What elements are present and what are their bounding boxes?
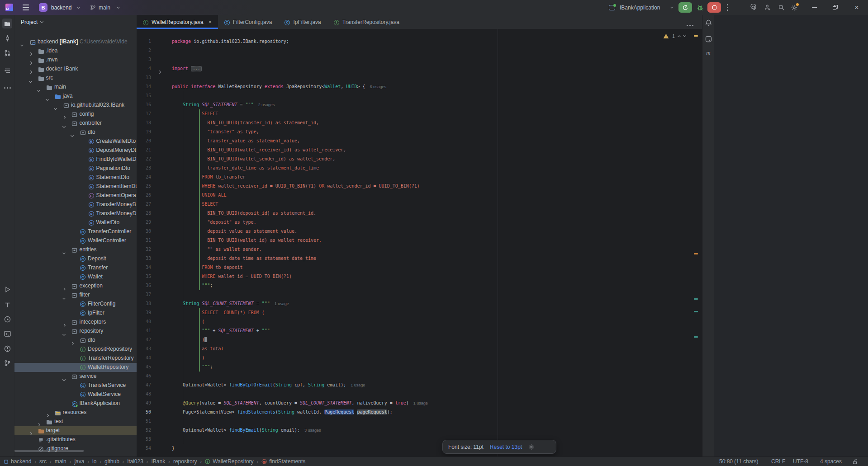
line-number[interactable]: 23 xyxy=(137,164,151,173)
line-number[interactable]: 32 xyxy=(137,245,151,254)
breadcrumb-main[interactable]: main xyxy=(55,458,66,465)
code-line[interactable]: 50 Page<StatementView> findStatements(St… xyxy=(137,408,702,417)
project-folder-icon[interactable] xyxy=(2,19,12,28)
line-number[interactable]: 1 xyxy=(137,37,151,46)
code-line[interactable]: 46 xyxy=(137,372,702,381)
line-number[interactable]: 43 xyxy=(137,344,151,353)
breadcrumb-io[interactable]: io xyxy=(92,458,96,465)
editor-tab[interactable]: CIpFilter.java xyxy=(278,15,327,29)
code-line[interactable]: 22 BIN_TO_UUID(wallet_sender_id) as wall… xyxy=(137,155,702,164)
code-line[interactable]: 52 Optional<Wallet> findByEmail(String e… xyxy=(137,426,702,435)
code-line[interactable]: 19 "transfer" as type, xyxy=(137,127,702,137)
line-number[interactable]: 46 xyxy=(137,372,151,381)
line-number[interactable]: 49 xyxy=(137,399,151,408)
line-number[interactable]: 3 xyxy=(137,55,151,64)
breadcrumb-src[interactable]: src xyxy=(39,458,47,465)
close-tab-icon[interactable]: × xyxy=(209,19,212,25)
tree-collapsed-chevron-icon[interactable] xyxy=(62,324,65,327)
line-number[interactable]: 42 xyxy=(137,335,151,344)
next-problem-icon[interactable] xyxy=(683,34,686,37)
code-line[interactable]: 39 SELECT COUNT(*) FROM ( xyxy=(137,308,702,317)
debug-button[interactable] xyxy=(695,0,706,15)
more-icon[interactable] xyxy=(2,81,12,91)
code-line[interactable]: 30 deposit_value as statement_value, xyxy=(137,227,702,236)
line-number[interactable]: 44 xyxy=(137,353,151,362)
editor-tab[interactable]: ITransferRepository.java xyxy=(327,15,406,29)
line-number[interactable]: 18 xyxy=(137,118,151,127)
tree-item-.gitattributes[interactable]: .gitattributes xyxy=(14,435,137,444)
tree-expanded-chevron-icon[interactable] xyxy=(71,134,74,137)
caret-position[interactable]: 50:80 (11 chars) xyxy=(719,457,759,466)
usages-inlay-hint[interactable]: 1 usage xyxy=(351,383,365,387)
tree-item-transfermoneyb[interactable]: RTransferMoneyB xyxy=(14,200,137,209)
line-number[interactable]: 31 xyxy=(137,236,151,245)
stripe-mark-warning[interactable] xyxy=(694,35,698,37)
usages-inlay-hint[interactable]: 2 usages xyxy=(258,103,275,107)
add-user-icon[interactable] xyxy=(763,0,773,15)
tree-item-createwalletdto[interactable]: RCreateWalletDto xyxy=(14,137,137,146)
line-number[interactable]: 16 xyxy=(137,100,151,109)
tree-item-io.github.ital023.ibank[interactable]: io.github.ital023.IBank xyxy=(14,101,137,110)
usages-inlay-hint[interactable]: 1 usage xyxy=(413,401,428,405)
structure-icon[interactable] xyxy=(2,66,12,75)
tree-item-ipfilter[interactable]: CIpFilter xyxy=(14,309,137,318)
editor-tab[interactable]: CFilterConfig.java xyxy=(218,15,279,29)
tree-expanded-chevron-icon[interactable] xyxy=(62,378,65,381)
project-badge[interactable]: B xyxy=(39,0,47,15)
tree-item-resources[interactable]: resources xyxy=(14,408,137,417)
code-line[interactable]: 33 deposit_date_time as statement_date_t… xyxy=(137,254,702,263)
tree-expanded-chevron-icon[interactable] xyxy=(54,107,57,110)
code-line[interactable]: 24 FROM tb_transfer xyxy=(137,173,702,182)
project-widget[interactable]: backend xyxy=(51,0,71,15)
line-separator[interactable]: CRLF xyxy=(771,457,785,466)
code-line[interactable]: 20 transfer_value as statement_value, xyxy=(137,137,702,146)
tree-item-exception[interactable]: exception xyxy=(14,282,137,291)
code-line[interactable]: 36 """; xyxy=(137,281,702,290)
code-line[interactable]: 17 SELECT xyxy=(137,109,702,118)
editor-tab[interactable]: IWalletRepository.java× xyxy=(137,15,218,29)
tree-item-config[interactable]: config xyxy=(14,110,137,119)
code-line[interactable]: 26 UNION ALL xyxy=(137,191,702,200)
code-line[interactable]: 44 ) xyxy=(137,353,702,362)
tree-item-findbyidwalletdt[interactable]: RFindByIdWalletDt xyxy=(14,155,137,164)
tree-collapsed-chevron-icon[interactable] xyxy=(28,61,32,65)
tree-item-transfercontroller[interactable]: CTransferController xyxy=(14,227,137,236)
code-line[interactable]: 4import ... xyxy=(137,64,702,73)
branch-widget[interactable]: main xyxy=(99,0,110,15)
breadcrumb-ibank[interactable]: IBank xyxy=(152,458,166,465)
tree-expanded-chevron-icon[interactable] xyxy=(62,125,65,128)
line-number[interactable]: 39 xyxy=(137,308,151,317)
line-number[interactable]: 34 xyxy=(137,263,151,272)
line-number[interactable]: 36 xyxy=(137,281,151,290)
main-menu-icon[interactable] xyxy=(21,0,31,15)
tree-item-controller[interactable]: controller xyxy=(14,119,137,128)
project-panel-header[interactable]: Project xyxy=(14,15,137,29)
tree-collapsed-chevron-icon[interactable] xyxy=(28,52,32,56)
code-line[interactable]: 53 xyxy=(137,435,702,444)
line-number[interactable]: 28 xyxy=(137,209,151,218)
tree-expanded-chevron-icon[interactable] xyxy=(62,297,65,300)
code-line[interactable]: 51 xyxy=(137,417,702,426)
line-number[interactable]: 48 xyxy=(137,390,151,399)
services-icon[interactable] xyxy=(2,314,12,324)
line-number[interactable]: 22 xyxy=(137,155,151,164)
line-number[interactable]: 27 xyxy=(137,200,151,209)
line-number[interactable]: 41 xyxy=(137,326,151,335)
pull-requests-icon[interactable] xyxy=(2,48,12,58)
line-number[interactable]: 37 xyxy=(137,290,151,299)
maven-icon[interactable]: m xyxy=(703,48,713,58)
line-number[interactable]: 29 xyxy=(137,218,151,227)
tree-item-.gitignore[interactable]: .gitignore xyxy=(14,444,137,453)
code-line[interactable]: 3 xyxy=(137,55,702,64)
run-config-widget[interactable]: IBankApplication xyxy=(620,0,660,15)
code-line[interactable]: 14public interface WalletRepository exte… xyxy=(137,82,702,91)
code-editor[interactable]: 1 Font size: 11pt Reset to 13pt 1package… xyxy=(137,29,702,457)
tree-item-docker-ibank[interactable]: docker-IBank xyxy=(14,65,137,74)
lock-icon[interactable] xyxy=(852,457,858,466)
tree-item-.idea[interactable]: .idea xyxy=(14,47,137,56)
tree-collapsed-chevron-icon[interactable] xyxy=(62,116,65,119)
problems-icon[interactable] xyxy=(2,344,12,353)
close-button[interactable]: × xyxy=(850,0,863,15)
tree-item-transfer[interactable]: CTransfer xyxy=(14,264,137,273)
tree-item-transferrepository[interactable]: ITransferRepository xyxy=(14,354,137,363)
